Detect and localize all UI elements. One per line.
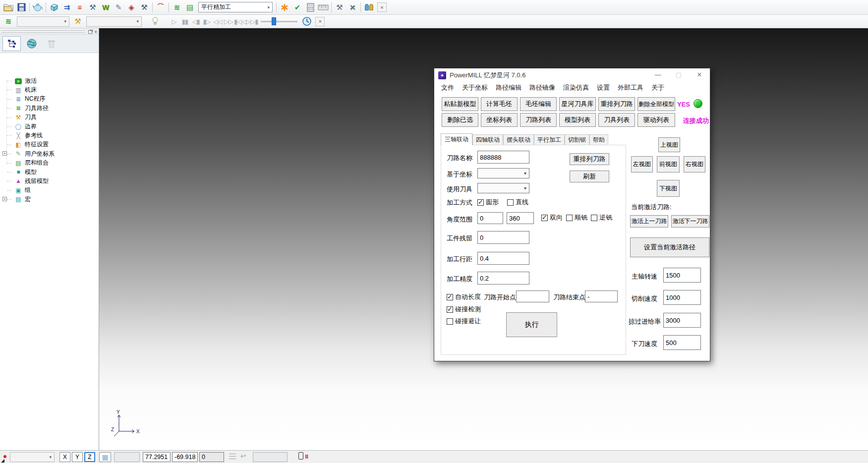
calc-stock-button[interactable]: 计算毛坯 [481, 97, 518, 111]
checkbox-icon[interactable] [447, 306, 453, 313]
use-tool-dropdown[interactable]: ▾ [477, 183, 529, 193]
axis-y-button[interactable]: Y [72, 452, 83, 462]
maximize-button[interactable]: ▢ [668, 68, 689, 82]
step-forward-icon[interactable]: ▮▷ [201, 15, 212, 27]
transform-arrows-icon[interactable]: × [346, 1, 359, 13]
toolpath-select-dropdown[interactable]: ▾ [17, 16, 69, 27]
rearrange-toolpath-button[interactable]: 重排列刀路 [598, 97, 635, 111]
explorer-tree-button[interactable] [2, 36, 21, 51]
stepover-input[interactable] [477, 252, 529, 265]
menu-render-sim[interactable]: 渲染仿真 [559, 82, 593, 93]
clock-icon[interactable] [300, 15, 313, 27]
tree-item-feature-set[interactable]: ◧ 特征设置 [2, 140, 98, 149]
fast-forward-icon[interactable]: ▷▷ [223, 15, 234, 27]
float-panel-icon[interactable] [88, 30, 92, 34]
drive-list-button[interactable]: 驱动列表 [637, 113, 675, 127]
checkbox-icon[interactable] [591, 215, 597, 221]
marker-dot-button[interactable] [2, 452, 9, 462]
checkbox-icon[interactable] [507, 199, 514, 206]
tool-verify-icon[interactable]: ✔ [291, 1, 304, 13]
tab-swivel-head[interactable]: 摆头联动 [503, 134, 534, 145]
spindle-speed-input[interactable] [663, 268, 701, 283]
menu-path-mirror[interactable]: 路径镜像 [525, 82, 559, 93]
activate-next-button[interactable]: 激活下一刀路 [671, 215, 709, 228]
cylinders-icon[interactable] [362, 1, 375, 13]
tree-item-toolpaths[interactable]: ≋ 刀具路径 [2, 104, 98, 113]
toolpath-list-button[interactable]: 刀路列表 [520, 113, 557, 127]
plunge-speed-input[interactable] [663, 335, 701, 350]
based-coord-dropdown[interactable]: ▾ [477, 168, 529, 178]
grid-snap-button[interactable]: ▦ [99, 452, 111, 462]
view-left-button[interactable]: 左视图 [631, 156, 653, 173]
menu-coords[interactable]: 关于坐标 [458, 82, 492, 93]
collision-check-checkbox[interactable]: 碰撞检测 [447, 305, 481, 314]
block-icon[interactable] [48, 1, 60, 13]
checkbox-icon[interactable] [541, 215, 548, 221]
checkbox-icon[interactable] [447, 294, 453, 300]
activate-prev-button[interactable]: 激活上一刀路 [630, 215, 668, 228]
tool-select-dropdown[interactable]: ▾ [86, 16, 142, 27]
auto-length-checkbox[interactable]: 自动长度 [447, 292, 481, 301]
tab-parallel[interactable]: 平行加工 [534, 134, 565, 145]
angle-to-input[interactable] [507, 212, 534, 224]
checkbox-icon[interactable] [566, 215, 573, 221]
circle-mode-checkbox[interactable]: 圆形 [477, 198, 499, 207]
delete-selected-button[interactable]: 删除已选 [442, 113, 478, 127]
clipboard-pause-icon[interactable]: II [298, 452, 308, 462]
conventional-mill-checkbox[interactable]: 逆铣 [591, 213, 612, 222]
workplane-axis-icon[interactable]: + [240, 452, 246, 462]
view-right-button[interactable]: 右视图 [684, 156, 705, 173]
tree-item-workplanes[interactable]: + ✎ 用户坐标系 [2, 149, 98, 158]
collision-check-icon[interactable]: ⌒ [154, 1, 167, 13]
toolpath-feedrate-icon[interactable]: ⇉ [60, 1, 73, 13]
tree-item-models[interactable]: ■ 模型 [2, 168, 98, 176]
skip-end-icon[interactable]: ▷▷▮ [246, 15, 258, 27]
tree-item-tools[interactable]: ⚒ 刀具 [2, 113, 98, 122]
minimize-button[interactable]: — [647, 68, 668, 82]
tree-item-activate[interactable]: > 激活 [2, 76, 98, 85]
pause-icon[interactable]: ▮▮ [179, 15, 190, 27]
tab-3axis[interactable]: 三轴联动 [441, 133, 472, 145]
menu-file[interactable]: 文件 [437, 82, 458, 93]
toolpath-icon[interactable]: ≋ [2, 15, 15, 27]
close-panel-icon[interactable]: × [94, 29, 97, 35]
tab-help[interactable]: 帮助 [589, 134, 608, 145]
line-mode-checkbox[interactable]: 直线 [507, 198, 528, 207]
status-item-dropdown[interactable]: ▾ [10, 452, 55, 462]
delete-all-models-button[interactable]: 删除全部模型 [637, 97, 675, 111]
tree-item-stock-models[interactable]: ▲ 残留模型 [2, 176, 98, 185]
bidirectional-checkbox[interactable]: 双向 [541, 213, 563, 222]
skip-start-icon[interactable]: ▮◁◁ [234, 15, 246, 27]
boundary-icon[interactable]: W [99, 1, 112, 13]
menu-about[interactable]: 关于 [647, 82, 668, 93]
view-top-button[interactable]: 上视图 [658, 137, 680, 152]
menu-settings[interactable]: 设置 [593, 82, 614, 93]
expand-icon[interactable]: + [2, 197, 7, 201]
nc-program-icon[interactable]: ≡ [73, 1, 86, 13]
tree-item-pattern[interactable]: ╳ 参考线 [2, 131, 98, 140]
strategy-dropdown[interactable]: 平行精加工 ▾ [198, 2, 273, 12]
tool-icon[interactable]: ⚒ [71, 15, 84, 27]
ruler-icon[interactable] [317, 1, 330, 13]
axis-x-button[interactable]: X [59, 452, 70, 462]
coord-list-icon[interactable] [229, 454, 236, 461]
save-icon[interactable] [15, 1, 28, 13]
tolerance-input[interactable] [477, 272, 529, 285]
skim-feed-input[interactable] [663, 313, 701, 328]
close-button[interactable]: × [689, 68, 710, 82]
toolbar-close-icon[interactable]: × [315, 17, 325, 26]
coord-list-button[interactable]: 坐标列表 [481, 113, 518, 127]
stock-remain-input[interactable] [477, 231, 529, 244]
play-icon[interactable]: ▷ [169, 15, 179, 27]
menu-external-tools[interactable]: 外部工具 [614, 82, 647, 93]
tool-block-icon[interactable]: ⚒ [86, 1, 99, 13]
paste-model-button[interactable]: 粘贴新模型 [442, 97, 478, 111]
open-file-icon[interactable] [2, 1, 15, 13]
trash-button[interactable] [42, 36, 60, 51]
toolpath-name-input[interactable] [477, 151, 529, 164]
tool-holder-icon[interactable]: ⚒ [138, 1, 151, 13]
tool-library-button[interactable]: 星河刀具库 [559, 97, 596, 111]
edit-stock-button[interactable]: 毛坯编辑 [520, 97, 557, 111]
tab-saw[interactable]: 切割锯 [565, 134, 589, 145]
model-list-button[interactable]: 模型列表 [559, 113, 596, 127]
